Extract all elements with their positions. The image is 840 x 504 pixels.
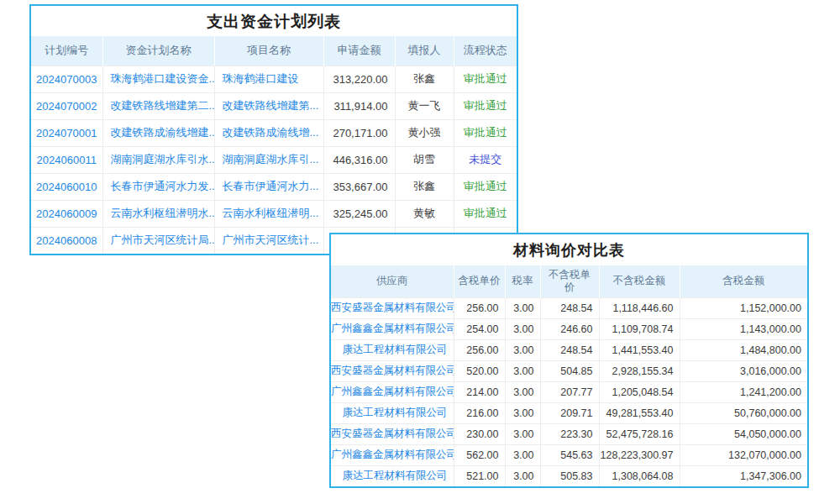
tax_amount-cell: 1,152,000.00 (680, 297, 807, 318)
tax_rate-cell: 3.00 (505, 339, 540, 360)
supplier-link[interactable]: 广州鑫鑫金属材料有限公司 (331, 444, 454, 465)
net_amount-cell: 1,441,553.40 (599, 339, 680, 360)
supplier-link[interactable]: 广州鑫鑫金属材料有限公司 (331, 318, 454, 339)
plan_no-link[interactable]: 2024070003 (31, 66, 102, 92)
fund_name-link[interactable]: 珠海鹤港口建设资金... (102, 66, 214, 92)
net_price-cell: 248.54 (540, 339, 599, 360)
fund_name-link[interactable]: 改建铁路线增建第二... (102, 92, 214, 119)
column-header-supplier: 供应商 (331, 265, 454, 297)
table-row: 广州鑫鑫金属材料有限公司214.003.00207.771,205,048.54… (331, 381, 807, 402)
fund_name-link[interactable]: 云南水利枢纽潜明水... (102, 200, 214, 227)
column-header-status: 流程状态 (454, 36, 517, 66)
supplier-link[interactable]: 西安盛器金属材料有限公司 (331, 297, 454, 318)
net_price-cell: 246.60 (540, 318, 599, 339)
tax_rate-cell: 3.00 (505, 423, 540, 444)
supplier-link[interactable]: 康达工程材料有限公司 (331, 402, 454, 423)
column-header-plan_no: 计划编号 (31, 36, 102, 66)
project_name-link[interactable]: 改建铁路线增建第... (214, 92, 323, 119)
reporter-cell: 黄一飞 (395, 92, 454, 119)
net_amount-cell: 49,281,553.40 (599, 402, 680, 423)
material-quote-header-row: 供应商含税单价税率不含税单价不含税金额含税金额 (331, 265, 807, 297)
tax_price-cell: 562.00 (454, 444, 505, 465)
project_name-link[interactable]: 云南水利枢纽潜明... (214, 200, 323, 227)
plan_no-link[interactable]: 2024060008 (31, 227, 102, 254)
plan_no-link[interactable]: 2024070002 (31, 92, 102, 119)
tax_price-cell: 254.00 (454, 318, 505, 339)
supplier-link[interactable]: 康达工程材料有限公司 (331, 339, 454, 360)
tax_rate-cell: 3.00 (505, 444, 540, 465)
fund_name-link[interactable]: 改建铁路成渝线增建... (102, 119, 214, 146)
table-row: 2024070003珠海鹤港口建设资金...珠海鹤港口建设313,220.00张… (31, 66, 517, 92)
project_name-link[interactable]: 珠海鹤港口建设 (214, 66, 323, 92)
table-row: 广州鑫鑫金属材料有限公司254.003.00246.601,109,708.74… (331, 318, 807, 339)
plan_no-link[interactable]: 2024070001 (31, 119, 102, 146)
table-row: 西安盛器金属材料有限公司230.003.00223.3052,475,728.1… (331, 423, 807, 444)
tax_amount-cell: 3,016,000.00 (680, 360, 807, 381)
supplier-link[interactable]: 广州鑫鑫金属材料有限公司 (331, 381, 454, 402)
project_name-link[interactable]: 湖南洞庭湖水库引... (214, 146, 323, 173)
project_name-link[interactable]: 改建铁路成渝线增... (214, 119, 323, 146)
amount-cell: 353,667.00 (323, 173, 395, 200)
amount-cell: 325,245.00 (323, 200, 395, 227)
tax_price-cell: 521.00 (454, 465, 505, 486)
net_price-cell: 248.54 (540, 297, 599, 318)
table-row: 西安盛器金属材料有限公司256.003.00248.541,118,446.60… (331, 297, 807, 318)
net_price-cell: 545.63 (540, 444, 599, 465)
reporter-cell: 黄敏 (395, 200, 454, 227)
table-row: 广州鑫鑫金属材料有限公司562.003.00545.63128,223,300.… (331, 444, 807, 465)
net_price-cell: 505.83 (540, 465, 599, 486)
tax_price-cell: 256.00 (454, 297, 505, 318)
plan_no-link[interactable]: 2024060009 (31, 200, 102, 227)
reporter-cell: 胡雪 (395, 146, 454, 173)
table-row: 2024060011湖南洞庭湖水库引水...湖南洞庭湖水库引...446,316… (31, 146, 517, 173)
expense-plan-header-row: 计划编号资金计划名称项目名称申请金额填报人流程状态 (31, 36, 517, 66)
tax_rate-cell: 3.00 (505, 318, 540, 339)
status-cell: 审批通过 (454, 200, 517, 227)
project_name-link[interactable]: 长春市伊通河水力... (214, 173, 323, 200)
project_name-link[interactable]: 广州市天河区统计... (214, 227, 323, 254)
expense-plan-panel-title: 支出资金计划列表 (31, 6, 517, 36)
supplier-link[interactable]: 西安盛器金属材料有限公司 (331, 360, 454, 381)
material-quote-panel: 材料询价对比表 供应商含税单价税率不含税单价不含税金额含税金额 西安盛器金属材料… (329, 233, 809, 488)
material-quote-table: 供应商含税单价税率不含税单价不含税金额含税金额 西安盛器金属材料有限公司256.… (331, 265, 807, 486)
fund_name-link[interactable]: 长春市伊通河水力发... (102, 173, 214, 200)
net_amount-cell: 1,205,048.54 (599, 381, 680, 402)
table-row: 2024070001改建铁路成渝线增建...改建铁路成渝线增...270,171… (31, 119, 517, 146)
reporter-cell: 张鑫 (395, 66, 454, 92)
tax_price-cell: 230.00 (454, 423, 505, 444)
supplier-link[interactable]: 西安盛器金属材料有限公司 (331, 423, 454, 444)
tax_amount-cell: 1,241,200.00 (680, 381, 807, 402)
column-header-tax_amount: 含税金额 (680, 265, 807, 297)
tax_rate-cell: 3.00 (505, 465, 540, 486)
tax_amount-cell: 54,050,000.00 (680, 423, 807, 444)
column-header-net_amount: 不含税金额 (599, 265, 680, 297)
net_amount-cell: 52,475,728.16 (599, 423, 680, 444)
tax_amount-cell: 1,347,306.00 (680, 465, 807, 486)
supplier-link[interactable]: 康达工程材料有限公司 (331, 465, 454, 486)
fund_name-link[interactable]: 广州市天河区统计局... (102, 227, 214, 254)
tax_rate-cell: 3.00 (505, 360, 540, 381)
tax_rate-cell: 3.00 (505, 402, 540, 423)
amount-cell: 270,171.00 (323, 119, 395, 146)
net_amount-cell: 1,308,064.08 (599, 465, 680, 486)
table-row: 2024070002改建铁路线增建第二...改建铁路线增建第...311,914… (31, 92, 517, 119)
column-header-amount: 申请金额 (323, 36, 395, 66)
net_amount-cell: 2,928,155.34 (599, 360, 680, 381)
status-cell: 未提交 (454, 146, 517, 173)
reporter-cell: 张鑫 (395, 173, 454, 200)
tax_price-cell: 214.00 (454, 381, 505, 402)
expense-plan-panel: 支出资金计划列表 计划编号资金计划名称项目名称申请金额填报人流程状态 20240… (29, 4, 518, 255)
tax_rate-cell: 3.00 (505, 297, 540, 318)
column-header-reporter: 填报人 (395, 36, 454, 66)
status-cell: 审批通过 (454, 173, 517, 200)
expense-plan-table: 计划编号资金计划名称项目名称申请金额填报人流程状态 2024070003珠海鹤港… (31, 36, 517, 254)
tax_price-cell: 216.00 (454, 402, 505, 423)
plan_no-link[interactable]: 2024060010 (31, 173, 102, 200)
tax_rate-cell: 3.00 (505, 381, 540, 402)
tax_amount-cell: 1,484,800.00 (680, 339, 807, 360)
fund_name-link[interactable]: 湖南洞庭湖水库引水... (102, 146, 214, 173)
status-cell: 审批通过 (454, 66, 517, 92)
amount-cell: 446,316.00 (323, 146, 395, 173)
plan_no-link[interactable]: 2024060011 (31, 146, 102, 173)
net_amount-cell: 1,109,708.74 (599, 318, 680, 339)
